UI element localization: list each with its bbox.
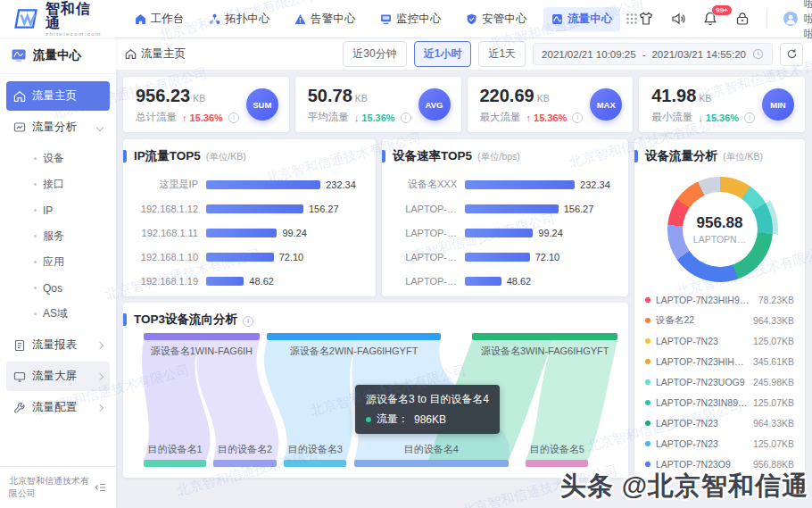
top-menu-item[interactable]: 安管中心 <box>458 7 534 31</box>
bar[interactable] <box>465 253 530 262</box>
sidebar-subitem-label: 设备 <box>43 151 64 166</box>
breadcrumb[interactable]: 流量主页 <box>125 46 186 62</box>
app-root: 智和信通 zhitelecom.com 工作台拓扑中心告警中心监控中心安管中心流… <box>0 0 812 508</box>
time-filters: 近30分钟近1小时近1天 2021/02/21 10:09:25 - 2021/… <box>343 41 803 67</box>
legend-row[interactable]: LAPTOP-7N23125.07KB <box>645 433 794 454</box>
bullet-dot <box>34 261 37 263</box>
monitor-icon <box>380 13 392 25</box>
refresh-button[interactable] <box>780 43 803 66</box>
stat-card-max: 220.69KB最大流量↑ 15.36%iMAX <box>468 77 634 132</box>
stat-label: 最大流量 <box>480 111 521 124</box>
bar[interactable] <box>465 277 501 286</box>
sankey-chart[interactable]: 源设备名1WIN-FAG6IH源设备名2WIN-FAG6IHGYFT源设备名3W… <box>134 333 617 467</box>
dashboard-content: 956.23KB总计流量↑ 15.36%iSUM50.78KB平均流量↓ 15.… <box>116 70 812 508</box>
sankey-target-node[interactable] <box>213 460 276 467</box>
bar[interactable] <box>206 204 303 213</box>
collapse-sidebar-icon[interactable] <box>95 481 107 494</box>
legend-row[interactable]: LAPTOP-7N23UOG9245.98KB <box>645 371 794 392</box>
sidebar-item[interactable]: 流量大屏 <box>6 362 110 391</box>
toolbar: 流量主页 近30分钟近1小时近1天 2021/02/21 10:09:25 - … <box>116 37 812 70</box>
top-menu-item[interactable]: 流量中心 <box>543 7 620 31</box>
info-icon[interactable]: i <box>572 112 583 123</box>
sidebar-subitem[interactable]: 接口 <box>6 171 110 197</box>
top-menu-item[interactable]: 工作台 <box>127 7 193 31</box>
lock-icon[interactable] <box>734 11 750 27</box>
sankey-target-node[interactable] <box>354 460 509 467</box>
sankey-target-node[interactable] <box>144 460 206 467</box>
sankey-target-label: 目的设备名2 <box>213 443 276 456</box>
legend-row[interactable]: LAPTOP-7N23HIH8…345.61KB <box>645 351 794 371</box>
bar[interactable] <box>465 204 559 213</box>
username: 啦啦啦 <box>804 0 812 42</box>
announcement-icon[interactable] <box>670 11 686 27</box>
bar[interactable] <box>465 180 575 189</box>
sidebar-item[interactable]: 流量配置 <box>6 393 110 422</box>
sankey-target-node[interactable] <box>284 460 346 467</box>
sankey-source-label: 源设备名1WIN-FAG6IH <box>144 345 260 358</box>
sidebar-item[interactable]: 流量报表 <box>6 330 110 360</box>
sankey-source-node[interactable] <box>267 333 441 340</box>
sankey-target-node[interactable] <box>526 460 588 467</box>
sankey-source-node[interactable] <box>144 333 260 340</box>
bar[interactable] <box>206 277 244 286</box>
sidebar-subitem[interactable]: Qos <box>6 275 110 301</box>
sidebar-item-label: 流量分析 <box>32 120 77 135</box>
stat-delta: ↓ 15.36% <box>354 112 395 123</box>
panel-title: 设备速率TOP5 (单位/bps) <box>393 148 617 164</box>
time-range-button[interactable]: 近30分钟 <box>343 41 406 67</box>
brand[interactable]: 智和信通 zhitelecom.com <box>12 2 102 37</box>
config-icon <box>13 402 26 414</box>
sidebar-subitem[interactable]: 设备 <box>6 146 110 171</box>
sankey-source-label: 源设备名3WIN-FAG6IHGYFT <box>472 345 617 358</box>
info-icon[interactable]: i <box>744 112 755 123</box>
bar-row: 192.168.1.1948.62 <box>134 269 365 293</box>
apps-grid-icon[interactable] <box>626 12 638 25</box>
sidebar-item[interactable]: 流量主页 <box>6 81 110 111</box>
panel-device-rate-top5: 设备速率TOP5 (单位/bps) 设备名XXX232.34LAPTOP-…15… <box>382 139 628 296</box>
info-icon[interactable]: i <box>401 112 411 123</box>
bar[interactable] <box>206 229 277 237</box>
chevron-down-icon <box>96 123 104 130</box>
sankey-source-node[interactable] <box>472 333 617 340</box>
sidebar-subitem[interactable]: 应用 <box>6 249 110 275</box>
panel-unit: (单位/bps) <box>477 151 520 163</box>
donut-chart[interactable]: 956.88 LAPTOPN… <box>667 177 773 282</box>
stat-delta: ↓ 15.36% <box>698 112 739 123</box>
time-range-button[interactable]: 近1小时 <box>414 41 472 67</box>
sidebar-subitem-label: 接口 <box>43 177 64 192</box>
info-icon[interactable]: i <box>243 316 253 327</box>
date-range-picker[interactable]: 2021/02/21 10:09:25 - 2021/03/21 14:55:2… <box>533 43 773 65</box>
legend-row[interactable]: LAPTOP-7N23HIH9…78.23KB <box>645 289 794 310</box>
legend-row[interactable]: 其他956.58KB <box>645 474 794 478</box>
top-menu-item[interactable]: 告警中心 <box>286 7 363 31</box>
sidebar-subitem[interactable]: IP <box>6 197 110 223</box>
legend-value: 78.23KB <box>758 295 794 305</box>
breadcrumb-label: 流量主页 <box>141 46 186 62</box>
panel-title-text: 设备流量分析 <box>645 148 717 164</box>
legend-row[interactable]: LAPTOP-7N23O9956.88KB <box>645 454 794 474</box>
bar[interactable] <box>465 229 533 237</box>
time-range-button[interactable]: 近1天 <box>478 41 526 67</box>
legend-row[interactable]: 设备名22964.33KB <box>645 310 794 330</box>
brand-logo-icon <box>12 7 39 30</box>
bullet-dot <box>34 287 37 289</box>
bar[interactable] <box>206 180 320 189</box>
user-menu[interactable]: 啦啦啦 <box>783 0 812 42</box>
notifications-bell-icon[interactable]: 99+ <box>702 11 718 27</box>
top-menu-item[interactable]: 监控中心 <box>372 7 449 31</box>
sidebar-subitem[interactable]: 服务 <box>6 223 110 249</box>
stat-delta: ↑ 15.36% <box>526 112 568 123</box>
info-icon[interactable]: i <box>228 112 239 123</box>
clock-icon <box>752 48 764 60</box>
sidebar-subitem[interactable]: AS域 <box>6 301 110 327</box>
legend-row[interactable]: LAPTOP-7N23125.07KB <box>645 330 794 351</box>
stat-label: 总计流量 <box>136 111 177 124</box>
theme-icon[interactable] <box>638 11 654 27</box>
bar[interactable] <box>206 253 274 262</box>
legend-row[interactable]: LAPTOP-7N23964.33KB <box>645 412 794 433</box>
legend-row[interactable]: LAPTOP-7N23IN89…125.07KB <box>645 392 794 412</box>
stat-label: 最小流量 <box>651 111 692 124</box>
sidebar-item[interactable]: 流量分析 <box>6 112 110 142</box>
top-menu-item[interactable]: 拓扑中心 <box>201 7 278 31</box>
panel-title: 设备流量分析 (单位/KB) <box>645 148 794 164</box>
